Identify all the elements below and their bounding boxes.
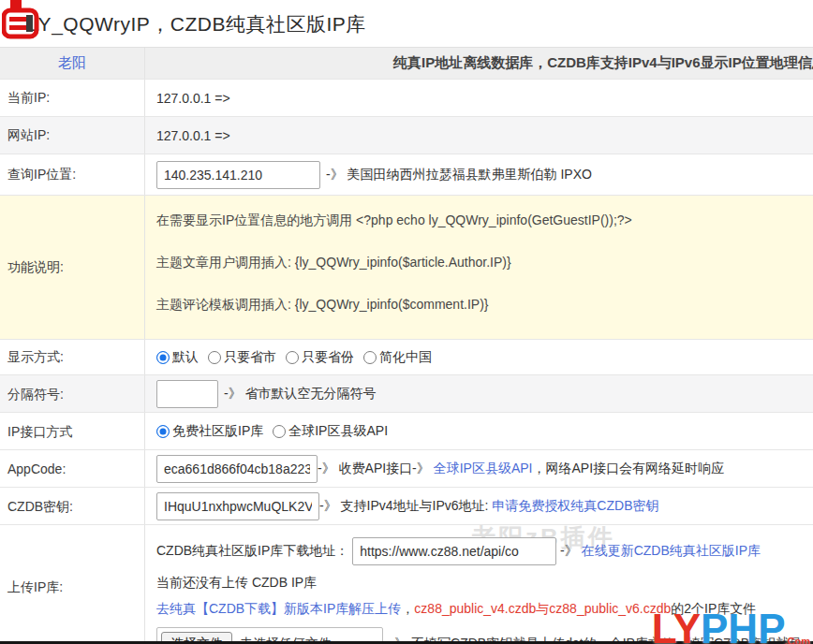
settings-table: 老阳 纯真IP地址离线数据库，CZDB库支持IPv4与IPv6显示IP位置地理信… (0, 47, 813, 644)
radio-display-province[interactable]: 只要省份 (286, 349, 354, 366)
upload-status: 当前还没有上传 CZDB IP库 (156, 575, 317, 592)
separator-label: 分隔符号: (0, 375, 145, 412)
czdb-key-input[interactable] (156, 492, 319, 520)
appcode-tail-text: ，网络API接口会有网络延时响应 (532, 461, 724, 477)
site-ip-value: 127.0.0.1 => (145, 117, 813, 154)
query-ip-input[interactable] (156, 161, 320, 189)
radio-free-community-db[interactable]: 免费社区版IP库 (156, 423, 263, 440)
radio-global-api[interactable]: 全球IP区县级API (273, 423, 388, 440)
feature-content: 在需要显示IP位置信息的地方调用 <?php echo ly_QQWry_ipi… (145, 196, 813, 339)
row-appcode: AppCode: -》 收费API接口-》 全球IP区县级API，网络API接口… (0, 450, 813, 488)
radio-label: 全球IP区县级API (288, 423, 388, 440)
row-query-ip: 查询IP位置: -》 美国田纳西州拉瑟福县默弗里斯伯勒 IPXO (0, 154, 813, 196)
query-ip-result: -》 美国田纳西州拉瑟福县默弗里斯伯勒 IPXO (326, 167, 592, 183)
plugin-server-icon (2, 0, 39, 41)
czdb-file-names: cz88_public_v4.czdb与cz88_public_v6.czdb (414, 601, 671, 618)
query-ip-content: -》 美国田纳西州拉瑟福县默弗里斯伯勒 IPXO (145, 154, 813, 195)
upload-download-line: CZDB纯真社区版IP库下载地址： -》 在线更新CZDB纯真社区版IP库 (156, 537, 802, 565)
row-separator: 分隔符号: -》 省市默认空无分隔符号 (0, 375, 813, 413)
radio-display-province-city[interactable]: 只要省市 (208, 349, 276, 366)
row-czdb-key: CZDB密钥: -》 支持IPv4地址与IPv6地址: 申请免费授权纯真CZDB… (0, 488, 813, 525)
download-url-input[interactable] (352, 537, 556, 565)
radio-selected-icon[interactable] (156, 351, 170, 364)
table-header-row: 老阳 纯真IP地址离线数据库，CZDB库支持IPv4与IPv6显示IP位置地理信… (0, 48, 813, 80)
separator-content: -》 省市默认空无分隔符号 (145, 375, 813, 412)
radio-label: 简化中国 (379, 349, 432, 366)
radio-icon[interactable] (363, 351, 377, 364)
arrow-text: -》 (556, 543, 581, 560)
feature-line: 在需要显示IP位置信息的地方调用 <?php echo ly_QQWry_ipi… (156, 212, 802, 229)
radio-display-simplified-china[interactable]: 简化中国 (363, 349, 432, 366)
logo-ly: LY (652, 611, 701, 644)
upload-status-line: 当前还没有上传 CZDB IP库 (156, 575, 802, 592)
appcode-content: -》 收费API接口-》 全球IP区县级API，网络API接口会有网络延时响应 (145, 450, 813, 487)
api-mode-label: IP接口方式 (0, 413, 145, 449)
row-current-ip: 当前IP: 127.0.0.1 => (0, 80, 813, 117)
feature-line: 主题文章用户调用插入: {ly_QQWry_ipinfo($article.Au… (156, 255, 802, 271)
feature-line: 主题评论模板调用插入: {ly_QQWry_ipinfo($comment.IP… (156, 297, 802, 314)
radio-icon[interactable] (273, 425, 286, 438)
upload-label: 上传IP库: (0, 525, 145, 644)
radio-icon[interactable] (286, 351, 299, 364)
query-ip-label: 查询IP位置: (0, 154, 145, 195)
author-link[interactable]: 老阳 (0, 48, 145, 79)
plugin-description: 纯真IP地址离线数据库，CZDB库支持IPv4与IPv6显示IP位置地理信息，纯… (145, 48, 813, 79)
page-title: LY_QQWryIP，CZDB纯真社区版IP库 (28, 13, 366, 35)
radio-icon[interactable] (208, 351, 221, 364)
radio-label: 只要省份 (302, 349, 354, 366)
site-ip-label: 网站IP: (0, 117, 145, 154)
lyphp-logo: LYPHP.Com (652, 611, 810, 644)
radio-label: 默认 (172, 349, 199, 366)
radio-label: 只要省市 (224, 349, 276, 366)
current-ip-value: 127.0.0.1 => (145, 80, 813, 116)
appcode-label: AppCode: (0, 450, 145, 487)
logo-php: PHP (701, 611, 785, 644)
czdb-key-label: CZDB密钥: (0, 488, 145, 524)
logo-com: .Com (785, 637, 811, 644)
czdb-download-link[interactable]: 去纯真【CZDB下载】新版本IP库解压上传 (156, 601, 401, 618)
feature-label: 功能说明: (0, 196, 145, 339)
comma: ， (401, 601, 414, 618)
czdb-key-mid-text: -》 支持IPv4地址与IPv6地址: (319, 498, 492, 515)
page-header: LY_QQWryIP，CZDB纯真社区版IP库 (0, 0, 813, 47)
row-feature-notes: 功能说明: 在需要显示IP位置信息的地方调用 <?php echo ly_QQW… (0, 196, 813, 340)
global-api-link[interactable]: 全球IP区县级API (434, 461, 533, 477)
radio-display-default[interactable]: 默认 (156, 349, 199, 366)
display-mode-label: 显示方式: (0, 340, 145, 374)
plugin-settings-page: LY_QQWryIP，CZDB纯真社区版IP库 老阳 纯真IP地址离线数据库，C… (0, 0, 813, 644)
separator-input[interactable] (156, 380, 218, 408)
czdb-key-apply-link[interactable]: 申请免费授权纯真CZDB密钥 (492, 498, 658, 515)
online-update-link[interactable]: 在线更新CZDB纯真社区版IP库 (582, 543, 761, 560)
czdb-key-content: -》 支持IPv4地址与IPv6地址: 申请免费授权纯真CZDB密钥 (145, 488, 813, 524)
row-display-mode: 显示方式: 默认 只要省市 只要省份 简化中国 (0, 340, 813, 375)
current-ip-label: 当前IP: (0, 80, 145, 116)
appcode-input[interactable] (156, 455, 318, 483)
row-site-ip: 网站IP: 127.0.0.1 => (0, 117, 813, 154)
appcode-mid-text: -》 收费API接口-》 (318, 461, 434, 477)
separator-hint: -》 省市默认空无分隔符号 (224, 386, 377, 402)
radio-selected-icon[interactable] (156, 425, 170, 438)
download-label: CZDB纯真社区版IP库下载地址： (156, 543, 352, 560)
radio-label: 免费社区版IP库 (172, 423, 263, 440)
display-mode-options: 默认 只要省市 只要省份 简化中国 (145, 340, 813, 374)
row-api-mode: IP接口方式 免费社区版IP库 全球IP区县级API (0, 413, 813, 450)
api-mode-options: 免费社区版IP库 全球IP区县级API (145, 413, 813, 449)
